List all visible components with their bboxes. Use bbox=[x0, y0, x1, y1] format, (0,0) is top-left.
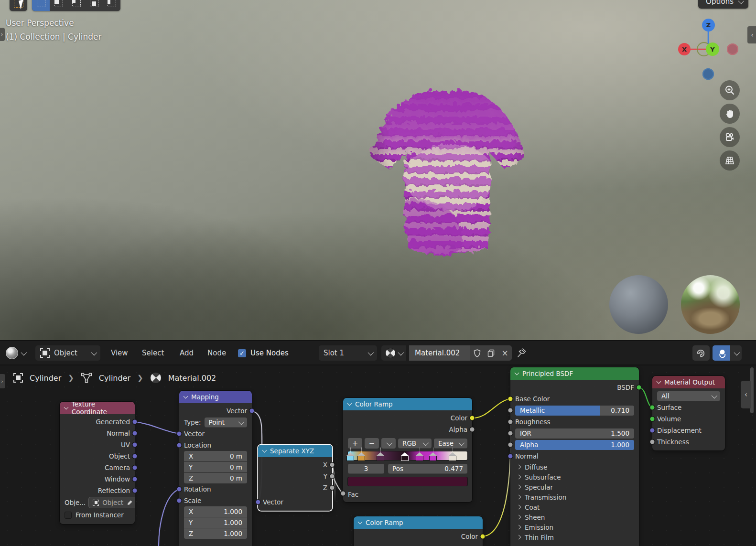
mode-dropdown[interactable]: Object bbox=[35, 344, 100, 362]
camera-view-button[interactable] bbox=[720, 127, 740, 147]
scale-y-field[interactable]: Y1.000 bbox=[184, 517, 247, 528]
node-header[interactable]: Mapping bbox=[179, 391, 252, 403]
node-header[interactable]: Separate XYZ bbox=[258, 445, 332, 457]
section-transmission[interactable]: Transmission bbox=[515, 492, 634, 502]
from-instancer-checkbox[interactable] bbox=[65, 512, 72, 519]
section-subsurface[interactable]: Subsurface bbox=[515, 472, 634, 482]
node-color-ramp-2[interactable]: Color Ramp Color bbox=[354, 516, 483, 546]
slot-dropdown[interactable]: Slot 1 bbox=[319, 344, 377, 362]
toolbar-expand-arrow[interactable]: › bbox=[0, 28, 5, 41]
colorramp-stop-1[interactable] bbox=[357, 452, 366, 461]
collapse-icon bbox=[515, 371, 519, 375]
orthographic-toggle-button[interactable] bbox=[720, 150, 740, 171]
breadcrumb-material[interactable]: Material.002 bbox=[168, 374, 216, 383]
stop-position-field[interactable]: Pos 0.477 bbox=[388, 464, 467, 474]
select-box-intersect-button[interactable] bbox=[103, 0, 120, 11]
node-header[interactable]: Material Output bbox=[652, 376, 725, 388]
output-target-dropdown[interactable]: All bbox=[657, 391, 720, 401]
tshirt-3d-model[interactable] bbox=[357, 77, 541, 268]
section-coat[interactable]: Coat bbox=[515, 502, 634, 512]
tweak-tool-button[interactable] bbox=[10, 0, 27, 11]
select-box-extend-button[interactable] bbox=[50, 0, 67, 11]
chevron-down-icon bbox=[738, 0, 745, 4]
colorramp-stop-5[interactable] bbox=[429, 452, 437, 461]
zoom-button[interactable] bbox=[720, 80, 740, 100]
gizmo-x-axis[interactable]: X bbox=[678, 43, 691, 55]
menu-view[interactable]: View bbox=[109, 344, 130, 362]
options-dropdown[interactable]: Options bbox=[698, 0, 748, 9]
section-thin-film[interactable]: Thin Film bbox=[515, 532, 634, 542]
new-material-button[interactable] bbox=[484, 345, 498, 361]
location-z-field[interactable]: Z0 m bbox=[184, 473, 247, 483]
section-diffuse[interactable]: Diffuse bbox=[515, 462, 634, 472]
gizmo-x-negative-axis[interactable] bbox=[727, 43, 738, 55]
colorramp-stop-4[interactable] bbox=[415, 452, 424, 461]
alpha-slider[interactable]: Alpha1.000 bbox=[515, 440, 634, 450]
remove-stop-button[interactable]: − bbox=[365, 438, 379, 449]
colorramp-stop-0[interactable] bbox=[346, 452, 355, 461]
interpolation-dropdown[interactable]: Ease bbox=[434, 439, 467, 449]
node-texture-coordinate[interactable]: Texture Coordinate Generated Normal UV O… bbox=[60, 402, 135, 524]
colorramp-gradient-bar[interactable] bbox=[348, 451, 467, 460]
editor-type-dropdown[interactable] bbox=[6, 344, 25, 362]
gizmo-y-axis[interactable]: Y bbox=[706, 43, 719, 56]
pan-button[interactable] bbox=[720, 104, 740, 124]
menu-select[interactable]: Select bbox=[140, 344, 166, 362]
node-header[interactable]: Color Ramp bbox=[354, 516, 483, 529]
scale-z-field[interactable]: Z1.000 bbox=[184, 528, 247, 539]
studiolight-preview-sphere[interactable] bbox=[609, 275, 668, 334]
section-emission[interactable]: Emission bbox=[515, 522, 634, 532]
chevron-down-icon bbox=[734, 349, 740, 355]
scale-x-field[interactable]: X1.000 bbox=[184, 506, 247, 517]
location-y-field[interactable]: Y0 m bbox=[184, 462, 247, 472]
node-toolbar-expand-arrow[interactable]: › bbox=[0, 374, 5, 388]
node-sidebar-expand-arrow[interactable]: ‹ bbox=[741, 381, 751, 408]
color-mode-dropdown[interactable]: RGB bbox=[398, 439, 432, 449]
menu-node[interactable]: Node bbox=[205, 344, 228, 362]
node-mapping[interactable]: Mapping Vector Type: Point Vector Locati… bbox=[179, 391, 252, 546]
colorramp-stop-3[interactable] bbox=[400, 452, 409, 461]
node-header[interactable]: Principled BSDF bbox=[510, 367, 639, 380]
location-x-field[interactable]: X0 m bbox=[184, 451, 247, 461]
ramp-options-dropdown[interactable] bbox=[381, 438, 396, 449]
navigation-gizmo[interactable]: Z X Y bbox=[673, 14, 749, 86]
section-sheen[interactable]: Sheen bbox=[515, 512, 634, 522]
node-principled-bsdf[interactable]: Principled BSDF BSDF Base Color Metallic… bbox=[510, 367, 639, 546]
select-box-invert-button[interactable] bbox=[85, 0, 103, 11]
snap-button[interactable] bbox=[692, 344, 710, 362]
breadcrumb-mesh[interactable]: Cylinder bbox=[99, 374, 130, 383]
preview-shading-toggle[interactable] bbox=[713, 344, 742, 362]
node-header[interactable]: Color Ramp bbox=[343, 398, 472, 410]
shading-dropdown[interactable] bbox=[730, 345, 742, 361]
output-x: X bbox=[323, 461, 327, 469]
use-nodes-checkbox[interactable]: ✓ Use Nodes bbox=[238, 344, 289, 362]
select-box-new-button[interactable] bbox=[32, 0, 50, 11]
select-box-subtract-button[interactable] bbox=[67, 0, 85, 11]
object-picker-field[interactable]: Object bbox=[88, 497, 135, 508]
colorramp-stop-2[interactable] bbox=[376, 452, 385, 461]
mapping-type-dropdown[interactable]: Point bbox=[205, 418, 247, 428]
3d-viewport[interactable]: Options User Perspective (1) Collection … bbox=[0, 0, 756, 340]
material-name-field[interactable]: Material.002 bbox=[409, 345, 470, 361]
gizmo-z-axis[interactable]: Z bbox=[702, 19, 715, 32]
hdri-preview-sphere[interactable] bbox=[681, 275, 740, 334]
node-header[interactable]: Texture Coordinate bbox=[60, 402, 135, 414]
stop-color-swatch[interactable] bbox=[348, 477, 467, 486]
pin-button[interactable] bbox=[517, 344, 527, 362]
add-stop-button[interactable]: + bbox=[348, 438, 362, 449]
node-material-output[interactable]: Material Output All Surface Volume Displ… bbox=[652, 376, 725, 450]
material-browse-dropdown[interactable] bbox=[381, 344, 406, 362]
node-color-ramp-1[interactable]: Color Ramp Color Alpha + − RGB Ease bbox=[343, 398, 472, 502]
gizmo-z-negative-axis[interactable] bbox=[702, 68, 714, 80]
unlink-material-button[interactable]: × bbox=[498, 345, 512, 361]
ior-slider[interactable]: IOR1.500 bbox=[515, 428, 634, 439]
menu-add[interactable]: Add bbox=[178, 344, 195, 362]
stop-index-field[interactable]: 3 bbox=[348, 464, 384, 474]
colorramp-stop-6[interactable] bbox=[448, 452, 457, 461]
metallic-slider[interactable]: Metallic0.710 bbox=[515, 406, 634, 416]
node-separate-xyz[interactable]: Separate XYZ X Y Z Vector bbox=[258, 445, 332, 511]
node-editor-canvas[interactable]: › Cylinder ❯ Cylinder ❯ Material.002 bbox=[0, 365, 756, 546]
section-specular[interactable]: Specular bbox=[515, 482, 634, 492]
breadcrumb-object[interactable]: Cylinder bbox=[30, 374, 61, 383]
fake-user-button[interactable] bbox=[470, 345, 484, 361]
